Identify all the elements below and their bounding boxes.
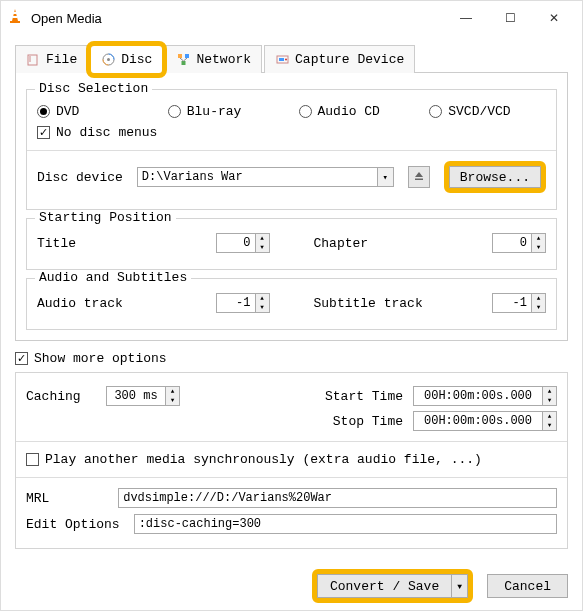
play-sync-label: Play another media synchronously (extra …: [45, 452, 482, 467]
convert-save-label: Convert / Save: [317, 574, 452, 598]
disc-device-combo[interactable]: D:\Varians War ▾: [137, 167, 394, 187]
mrl-label: MRL: [26, 491, 104, 506]
chapter-spinner[interactable]: 0▲▼: [492, 233, 546, 253]
caching-label: Caching: [26, 389, 106, 404]
disc-device-label: Disc device: [37, 170, 123, 185]
tab-capture-label: Capture Device: [295, 52, 404, 67]
svg-rect-3: [28, 55, 37, 65]
svg-rect-6: [178, 54, 182, 58]
tab-disc[interactable]: Disc: [90, 45, 163, 73]
browse-button-label: Browse...: [460, 170, 530, 185]
stop-time-value: 00H:00m:00s.000: [413, 411, 543, 431]
subtitle-track-label: Subtitle track: [314, 296, 423, 311]
checkbox-no-disc-menus[interactable]: No disc menus: [37, 125, 157, 140]
start-time-label: Start Time: [180, 389, 413, 404]
radio-bluray-label: Blu-ray: [187, 104, 242, 119]
tab-disc-label: Disc: [121, 52, 152, 67]
tab-file[interactable]: File: [15, 45, 88, 73]
capture-icon: [275, 53, 289, 67]
radio-svcd[interactable]: SVCD/VCD: [429, 104, 546, 119]
tab-file-label: File: [46, 52, 77, 67]
separator: [16, 477, 567, 478]
tab-capture[interactable]: Capture Device: [264, 45, 415, 73]
minimize-button[interactable]: —: [444, 4, 488, 32]
show-more-options-label: Show more options: [34, 351, 167, 366]
radio-audiocd-label: Audio CD: [318, 104, 380, 119]
edit-options-input[interactable]: :disc-caching=300: [134, 514, 557, 534]
radio-dvd-label: DVD: [56, 104, 79, 119]
close-button[interactable]: ✕: [532, 4, 576, 32]
highlight-marker: Convert / Save ▼: [312, 569, 473, 603]
title-value: 0: [216, 233, 256, 253]
checkbox-show-more-options[interactable]: Show more options: [15, 351, 568, 366]
mrl-value: dvdsimple:///D:/Varians%20War: [123, 491, 332, 505]
starting-position-group: Starting Position Title 0▲▼ Chapter 0▲▼: [26, 218, 557, 270]
subtitle-track-value: -1: [492, 293, 532, 313]
svg-point-5: [107, 58, 110, 61]
disc-panel: Disc Selection DVD Blu-ray Audio CD SVCD…: [15, 72, 568, 341]
edit-options-value: :disc-caching=300: [139, 517, 261, 531]
title-spinner[interactable]: 0▲▼: [216, 233, 270, 253]
file-icon: [26, 53, 40, 67]
radio-svcd-label: SVCD/VCD: [448, 104, 510, 119]
window-title: Open Media: [31, 11, 444, 26]
caching-spinner[interactable]: 300 ms▲▼: [106, 386, 180, 406]
maximize-button[interactable]: ☐: [488, 4, 532, 32]
svg-rect-2: [13, 16, 18, 18]
svg-rect-10: [279, 58, 284, 61]
eject-button[interactable]: [408, 166, 430, 188]
svg-rect-0: [10, 21, 20, 23]
separator: [16, 441, 567, 442]
dialog-footer: Convert / Save ▼ Cancel: [1, 559, 582, 611]
eject-icon: [414, 170, 424, 185]
vlc-icon: [7, 8, 23, 28]
audio-track-label: Audio track: [37, 296, 123, 311]
start-time-value: 00H:00m:00s.000: [413, 386, 543, 406]
edit-options-label: Edit Options: [26, 517, 120, 532]
more-options-group: Caching 300 ms▲▼ Start Time 00H:00m:00s.…: [15, 372, 568, 549]
svg-point-11: [285, 59, 287, 61]
cancel-button[interactable]: Cancel: [487, 574, 568, 598]
svg-rect-7: [185, 54, 189, 58]
svg-rect-8: [181, 61, 185, 65]
subtitle-track-spinner[interactable]: -1▲▼: [492, 293, 546, 313]
chevron-down-icon: ▾: [378, 167, 394, 187]
tab-network-label: Network: [196, 52, 251, 67]
mrl-input[interactable]: dvdsimple:///D:/Varians%20War: [118, 488, 557, 508]
separator: [27, 150, 556, 151]
disc-icon: [101, 53, 115, 67]
no-disc-menus-label: No disc menus: [56, 125, 157, 140]
svg-rect-1: [13, 12, 17, 14]
convert-save-button[interactable]: Convert / Save ▼: [317, 574, 468, 598]
stop-time-spinner[interactable]: 00H:00m:00s.000▲▼: [413, 411, 557, 431]
radio-audiocd[interactable]: Audio CD: [299, 104, 416, 119]
audio-subtitles-group: Audio and Subtitles Audio track -1▲▼ Sub…: [26, 278, 557, 330]
media-tabs: File Disc Network Capture Device: [15, 45, 568, 73]
cancel-button-label: Cancel: [504, 579, 551, 594]
caching-value: 300 ms: [106, 386, 166, 406]
stop-time-label: Stop Time: [26, 414, 413, 429]
title-bar: Open Media — ☐ ✕: [1, 1, 582, 35]
highlight-marker: Browse...: [444, 161, 546, 193]
start-time-spinner[interactable]: 00H:00m:00s.000▲▼: [413, 386, 557, 406]
disc-device-value: D:\Varians War: [137, 167, 378, 187]
radio-dvd[interactable]: DVD: [37, 104, 154, 119]
browse-button[interactable]: Browse...: [449, 166, 541, 188]
audio-subtitles-title: Audio and Subtitles: [35, 270, 191, 285]
chapter-value: 0: [492, 233, 532, 253]
disc-selection-group: Disc Selection DVD Blu-ray Audio CD SVCD…: [26, 89, 557, 210]
chapter-label: Chapter: [314, 236, 369, 251]
disc-selection-title: Disc Selection: [35, 81, 152, 96]
checkbox-play-sync[interactable]: Play another media synchronously (extra …: [26, 452, 557, 467]
title-label: Title: [37, 236, 76, 251]
audio-track-spinner[interactable]: -1▲▼: [216, 293, 270, 313]
svg-rect-12: [415, 178, 423, 180]
chevron-down-icon[interactable]: ▼: [452, 574, 468, 598]
open-media-window: Open Media — ☐ ✕ File Disc Network Captu…: [0, 0, 583, 611]
radio-bluray[interactable]: Blu-ray: [168, 104, 285, 119]
audio-track-value: -1: [216, 293, 256, 313]
starting-position-title: Starting Position: [35, 210, 176, 225]
network-icon: [176, 53, 190, 67]
tab-network[interactable]: Network: [165, 45, 262, 73]
